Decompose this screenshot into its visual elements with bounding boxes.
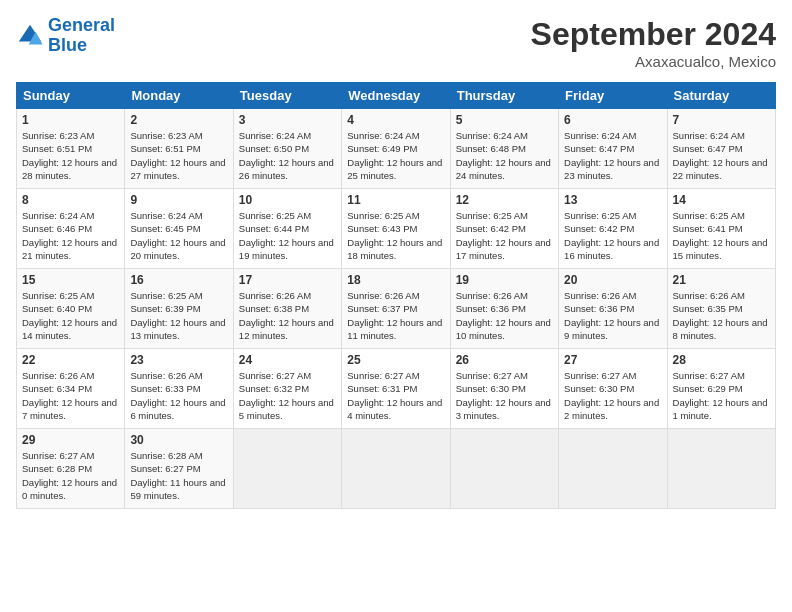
- cell-content: Sunrise: 6:24 AM Sunset: 6:46 PM Dayligh…: [22, 209, 119, 262]
- sunrise-label: Sunrise: 6:25 AM: [673, 210, 745, 221]
- title-block: September 2024 Axaxacualco, Mexico: [531, 16, 776, 70]
- calendar-header: Sunday Monday Tuesday Wednesday Thursday…: [17, 83, 776, 109]
- day-number: 25: [347, 353, 444, 367]
- cell-content: Sunrise: 6:27 AM Sunset: 6:31 PM Dayligh…: [347, 369, 444, 422]
- sunrise-label: Sunrise: 6:26 AM: [130, 370, 202, 381]
- calendar-cell: 17 Sunrise: 6:26 AM Sunset: 6:38 PM Dayl…: [233, 269, 341, 349]
- calendar-cell: 28 Sunrise: 6:27 AM Sunset: 6:29 PM Dayl…: [667, 349, 775, 429]
- calendar-cell: 30 Sunrise: 6:28 AM Sunset: 6:27 PM Dayl…: [125, 429, 233, 509]
- sunset-label: Sunset: 6:32 PM: [239, 383, 309, 394]
- cell-content: Sunrise: 6:26 AM Sunset: 6:33 PM Dayligh…: [130, 369, 227, 422]
- calendar-cell: [342, 429, 450, 509]
- sunrise-label: Sunrise: 6:25 AM: [347, 210, 419, 221]
- calendar-cell: 9 Sunrise: 6:24 AM Sunset: 6:45 PM Dayli…: [125, 189, 233, 269]
- calendar-cell: 19 Sunrise: 6:26 AM Sunset: 6:36 PM Dayl…: [450, 269, 558, 349]
- sunrise-label: Sunrise: 6:27 AM: [239, 370, 311, 381]
- sunrise-label: Sunrise: 6:26 AM: [347, 290, 419, 301]
- sunset-label: Sunset: 6:51 PM: [130, 143, 200, 154]
- daylight-label: Daylight: 12 hours and 24 minutes.: [456, 157, 551, 181]
- day-number: 28: [673, 353, 770, 367]
- calendar-table: Sunday Monday Tuesday Wednesday Thursday…: [16, 82, 776, 509]
- sunrise-label: Sunrise: 6:26 AM: [239, 290, 311, 301]
- day-number: 17: [239, 273, 336, 287]
- sunset-label: Sunset: 6:47 PM: [564, 143, 634, 154]
- sunrise-label: Sunrise: 6:26 AM: [673, 290, 745, 301]
- cell-content: Sunrise: 6:26 AM Sunset: 6:36 PM Dayligh…: [456, 289, 553, 342]
- sunrise-label: Sunrise: 6:24 AM: [239, 130, 311, 141]
- day-number: 10: [239, 193, 336, 207]
- calendar-cell: 6 Sunrise: 6:24 AM Sunset: 6:47 PM Dayli…: [559, 109, 667, 189]
- sunrise-label: Sunrise: 6:27 AM: [673, 370, 745, 381]
- sunset-label: Sunset: 6:34 PM: [22, 383, 92, 394]
- sunrise-label: Sunrise: 6:27 AM: [347, 370, 419, 381]
- daylight-label: Daylight: 12 hours and 1 minute.: [673, 397, 768, 421]
- daylight-label: Daylight: 11 hours and 59 minutes.: [130, 477, 225, 501]
- sunrise-label: Sunrise: 6:24 AM: [564, 130, 636, 141]
- day-number: 2: [130, 113, 227, 127]
- calendar-cell: 16 Sunrise: 6:25 AM Sunset: 6:39 PM Dayl…: [125, 269, 233, 349]
- day-number: 19: [456, 273, 553, 287]
- daylight-label: Daylight: 12 hours and 6 minutes.: [130, 397, 225, 421]
- sunrise-label: Sunrise: 6:25 AM: [456, 210, 528, 221]
- daylight-label: Daylight: 12 hours and 27 minutes.: [130, 157, 225, 181]
- daylight-label: Daylight: 12 hours and 8 minutes.: [673, 317, 768, 341]
- sunset-label: Sunset: 6:45 PM: [130, 223, 200, 234]
- cell-content: Sunrise: 6:25 AM Sunset: 6:42 PM Dayligh…: [456, 209, 553, 262]
- daylight-label: Daylight: 12 hours and 17 minutes.: [456, 237, 551, 261]
- cell-content: Sunrise: 6:27 AM Sunset: 6:28 PM Dayligh…: [22, 449, 119, 502]
- daylight-label: Daylight: 12 hours and 25 minutes.: [347, 157, 442, 181]
- logo-icon: [16, 22, 44, 50]
- sunrise-label: Sunrise: 6:27 AM: [456, 370, 528, 381]
- calendar-cell: [667, 429, 775, 509]
- sunset-label: Sunset: 6:51 PM: [22, 143, 92, 154]
- calendar-cell: 24 Sunrise: 6:27 AM Sunset: 6:32 PM Dayl…: [233, 349, 341, 429]
- day-number: 26: [456, 353, 553, 367]
- calendar-cell: 13 Sunrise: 6:25 AM Sunset: 6:42 PM Dayl…: [559, 189, 667, 269]
- sunset-label: Sunset: 6:50 PM: [239, 143, 309, 154]
- daylight-label: Daylight: 12 hours and 3 minutes.: [456, 397, 551, 421]
- cell-content: Sunrise: 6:25 AM Sunset: 6:40 PM Dayligh…: [22, 289, 119, 342]
- day-number: 14: [673, 193, 770, 207]
- day-number: 7: [673, 113, 770, 127]
- cell-content: Sunrise: 6:24 AM Sunset: 6:49 PM Dayligh…: [347, 129, 444, 182]
- daylight-label: Daylight: 12 hours and 20 minutes.: [130, 237, 225, 261]
- calendar-cell: 22 Sunrise: 6:26 AM Sunset: 6:34 PM Dayl…: [17, 349, 125, 429]
- calendar-cell: 27 Sunrise: 6:27 AM Sunset: 6:30 PM Dayl…: [559, 349, 667, 429]
- cell-content: Sunrise: 6:26 AM Sunset: 6:35 PM Dayligh…: [673, 289, 770, 342]
- calendar-cell: [233, 429, 341, 509]
- day-number: 8: [22, 193, 119, 207]
- sunset-label: Sunset: 6:30 PM: [564, 383, 634, 394]
- calendar-cell: 11 Sunrise: 6:25 AM Sunset: 6:43 PM Dayl…: [342, 189, 450, 269]
- sunrise-label: Sunrise: 6:25 AM: [22, 290, 94, 301]
- sunrise-label: Sunrise: 6:28 AM: [130, 450, 202, 461]
- day-number: 29: [22, 433, 119, 447]
- sunset-label: Sunset: 6:33 PM: [130, 383, 200, 394]
- daylight-label: Daylight: 12 hours and 28 minutes.: [22, 157, 117, 181]
- location: Axaxacualco, Mexico: [531, 53, 776, 70]
- sunset-label: Sunset: 6:36 PM: [456, 303, 526, 314]
- cell-content: Sunrise: 6:27 AM Sunset: 6:30 PM Dayligh…: [456, 369, 553, 422]
- calendar-cell: 4 Sunrise: 6:24 AM Sunset: 6:49 PM Dayli…: [342, 109, 450, 189]
- cell-content: Sunrise: 6:25 AM Sunset: 6:43 PM Dayligh…: [347, 209, 444, 262]
- calendar-cell: 25 Sunrise: 6:27 AM Sunset: 6:31 PM Dayl…: [342, 349, 450, 429]
- cell-content: Sunrise: 6:24 AM Sunset: 6:48 PM Dayligh…: [456, 129, 553, 182]
- cell-content: Sunrise: 6:25 AM Sunset: 6:42 PM Dayligh…: [564, 209, 661, 262]
- sunrise-label: Sunrise: 6:27 AM: [564, 370, 636, 381]
- daylight-label: Daylight: 12 hours and 12 minutes.: [239, 317, 334, 341]
- calendar-cell: 1 Sunrise: 6:23 AM Sunset: 6:51 PM Dayli…: [17, 109, 125, 189]
- daylight-label: Daylight: 12 hours and 7 minutes.: [22, 397, 117, 421]
- sunrise-label: Sunrise: 6:26 AM: [22, 370, 94, 381]
- page-container: General Blue September 2024 Axaxacualco,…: [0, 0, 792, 517]
- calendar-row: 15 Sunrise: 6:25 AM Sunset: 6:40 PM Dayl…: [17, 269, 776, 349]
- sunset-label: Sunset: 6:42 PM: [564, 223, 634, 234]
- day-number: 9: [130, 193, 227, 207]
- day-number: 15: [22, 273, 119, 287]
- calendar-cell: [559, 429, 667, 509]
- logo-general: General: [48, 16, 115, 36]
- col-monday: Monday: [125, 83, 233, 109]
- calendar-cell: 3 Sunrise: 6:24 AM Sunset: 6:50 PM Dayli…: [233, 109, 341, 189]
- sunset-label: Sunset: 6:37 PM: [347, 303, 417, 314]
- cell-content: Sunrise: 6:27 AM Sunset: 6:32 PM Dayligh…: [239, 369, 336, 422]
- sunrise-label: Sunrise: 6:25 AM: [239, 210, 311, 221]
- cell-content: Sunrise: 6:26 AM Sunset: 6:34 PM Dayligh…: [22, 369, 119, 422]
